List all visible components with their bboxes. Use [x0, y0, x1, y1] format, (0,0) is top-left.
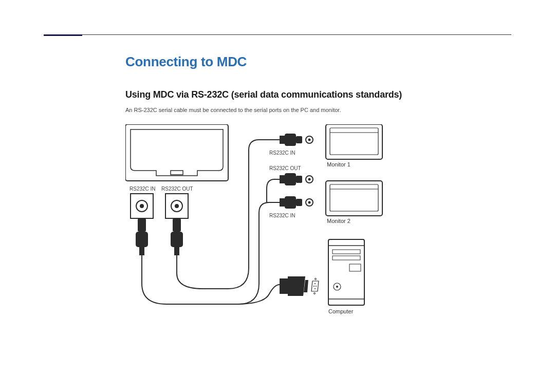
- svg-point-34: [314, 293, 316, 294]
- svg-rect-26: [296, 199, 302, 206]
- svg-rect-16: [296, 136, 302, 143]
- monitor2-label: Monitor 2: [327, 218, 350, 224]
- plug-right: [171, 218, 183, 255]
- connection-diagram: RS232C IN RS232C OUT RS232C IN RS232C OU…: [125, 124, 393, 330]
- svg-rect-38: [326, 181, 382, 216]
- panel-port-in-label: RS232C IN: [130, 186, 156, 192]
- connector-mid-in: [280, 196, 313, 209]
- header-accent-mark: [44, 34, 82, 36]
- svg-rect-14: [280, 136, 285, 144]
- connector-top: [280, 134, 313, 146]
- svg-point-7: [175, 204, 179, 208]
- svg-point-30: [316, 286, 317, 287]
- page-content: Connecting to MDC Using MDC via RS-232C …: [125, 54, 516, 330]
- cable-daisy: [267, 179, 280, 202]
- svg-rect-39: [330, 184, 378, 211]
- monitor-1-icon: [326, 124, 382, 159]
- svg-rect-12: [171, 232, 183, 247]
- svg-rect-19: [280, 175, 285, 183]
- svg-rect-45: [332, 256, 360, 260]
- svg-rect-44: [332, 250, 360, 254]
- svg-rect-36: [330, 128, 378, 155]
- svg-point-32: [314, 288, 316, 289]
- page-body-text: An RS-232C serial cable must be connecte…: [125, 106, 516, 114]
- computer-tower-icon: [328, 239, 364, 305]
- svg-rect-25: [285, 196, 296, 209]
- monitor-2-icon: [326, 181, 382, 216]
- diagram-svg: [125, 124, 393, 330]
- svg-point-23: [308, 178, 311, 181]
- svg-rect-10: [139, 247, 144, 255]
- panel-port-out-box: [165, 194, 188, 218]
- computer-label: Computer: [328, 308, 353, 314]
- panel-port-out-label: RS232C OUT: [161, 186, 193, 192]
- svg-rect-41: [328, 239, 364, 305]
- conn1-in-label: RS232C IN: [269, 150, 295, 156]
- svg-point-48: [336, 286, 338, 288]
- svg-point-4: [140, 204, 144, 208]
- connector-mid-out: [280, 173, 313, 185]
- svg-point-33: [315, 278, 317, 280]
- serial-connector: [280, 276, 319, 296]
- svg-point-18: [308, 139, 311, 141]
- svg-rect-8: [138, 218, 146, 232]
- svg-rect-46: [349, 264, 361, 271]
- svg-rect-11: [173, 218, 181, 232]
- svg-rect-15: [285, 134, 296, 146]
- svg-rect-0: [125, 124, 228, 181]
- svg-rect-20: [285, 173, 296, 185]
- cable-to-pc: [236, 285, 280, 304]
- conn3-in-label: RS232C IN: [269, 213, 295, 218]
- svg-rect-9: [136, 232, 148, 247]
- monitor1-label: Monitor 1: [327, 161, 350, 167]
- svg-rect-24: [280, 198, 285, 207]
- header-rule: [44, 34, 511, 35]
- conn2-out-label: RS232C OUT: [269, 165, 301, 171]
- svg-point-31: [313, 286, 314, 287]
- monitor-back-panel: [125, 124, 228, 181]
- plug-left: [136, 218, 148, 255]
- svg-rect-21: [296, 176, 302, 183]
- page-subtitle: Using MDC via RS-232C (serial data commu…: [125, 89, 516, 100]
- svg-rect-35: [326, 124, 382, 159]
- svg-rect-1: [171, 171, 183, 175]
- page-title: Connecting to MDC: [125, 54, 516, 70]
- svg-rect-13: [174, 247, 179, 255]
- svg-point-29: [314, 283, 316, 284]
- panel-port-in-box: [131, 194, 153, 218]
- svg-point-28: [308, 201, 311, 204]
